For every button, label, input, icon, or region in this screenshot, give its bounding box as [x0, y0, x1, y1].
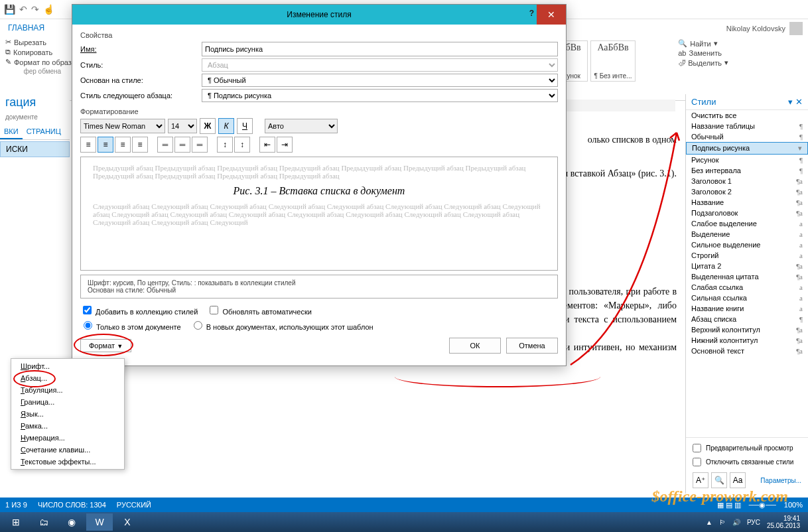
copy-button[interactable]: ⧉Копировать — [5, 48, 80, 56]
style-item[interactable]: Выделенная цитата¶a — [686, 271, 808, 282]
disable-linked-checkbox[interactable]: Отключить связанные стили — [690, 456, 804, 468]
indent-dec[interactable]: ⇤ — [259, 137, 275, 153]
format-menu-item[interactable]: Нумерация... — [11, 432, 124, 444]
font-family-select[interactable]: Times New Roman — [80, 119, 165, 133]
style-item[interactable]: Выделениеa — [686, 229, 808, 239]
auto-update-checkbox[interactable]: Обновлять автоматически — [207, 304, 312, 316]
system-tray[interactable]: ▲🏳🔊 РУС 19:4125.06.2013 — [706, 515, 805, 529]
dialog-titlebar[interactable]: Изменение стиля ? ✕ — [72, 5, 566, 25]
format-menu-item[interactable]: Сочетание клавиш... — [11, 444, 124, 456]
add-to-gallery-checkbox[interactable]: Добавить в коллекцию стилей — [80, 304, 198, 316]
help-icon[interactable]: ? — [529, 9, 534, 18]
style-item[interactable]: Верхний колонтитул¶a — [686, 324, 808, 335]
style-item[interactable]: Обычный¶ — [686, 131, 808, 142]
styles-list[interactable]: Очистить все Навзание таблицы¶Обычный¶По… — [686, 110, 808, 437]
line-spacing-15[interactable]: ═ — [174, 137, 190, 153]
format-painter-button[interactable]: ✎Формат по образцу — [5, 58, 80, 66]
styles-options-link[interactable]: Параметры... — [760, 477, 801, 484]
style-item[interactable]: Название¶a — [686, 197, 808, 208]
style-item[interactable]: Заголовок 1¶a — [686, 176, 808, 186]
page-indicator[interactable]: 1 ИЗ 9 — [5, 501, 27, 509]
find-button[interactable]: 🔍Найти ▾ — [678, 39, 728, 48]
preview-checkbox[interactable]: Предварительный просмотр — [690, 442, 804, 454]
undo-icon[interactable]: ↶ — [19, 4, 27, 15]
space-before-inc[interactable]: ↕ — [217, 137, 233, 153]
format-menu-button[interactable]: Формат ▼ — [80, 339, 131, 352]
style-item[interactable]: Заголовок 2¶a — [686, 186, 808, 197]
style-item[interactable]: Слабое выделениеa — [686, 218, 808, 229]
word-count[interactable]: ЧИСЛО СЛОВ: 1304 — [38, 501, 106, 509]
new-docs-radio[interactable]: В новых документах, использующих этот ша… — [190, 319, 373, 331]
tab-home[interactable]: ГЛАВНАЯ — [0, 21, 52, 35]
cancel-button[interactable]: Отмена — [506, 338, 558, 354]
style-item[interactable]: Нижний колонтитул¶a — [686, 335, 808, 346]
italic-button[interactable]: К — [218, 118, 234, 134]
style-name-input[interactable] — [202, 42, 558, 56]
name-label: Имя: — [80, 45, 196, 53]
font-size-select[interactable]: 14 — [168, 119, 197, 133]
style-item[interactable]: Название книгиa — [686, 303, 808, 314]
excel-icon[interactable]: X — [114, 513, 141, 531]
style-inspector-icon[interactable]: 🔍 — [711, 472, 727, 488]
view-buttons[interactable]: ▦ ▤ ▥ — [717, 501, 741, 509]
new-style-icon[interactable]: A⁺ — [693, 472, 708, 488]
align-justify-button[interactable]: ≡ — [132, 137, 148, 153]
chrome-icon[interactable]: ◉ — [58, 513, 85, 531]
font-color-select[interactable]: Авто — [265, 119, 338, 133]
save-icon[interactable]: 💾 — [4, 4, 15, 15]
align-center-button[interactable]: ≡ — [98, 137, 113, 153]
close-icon[interactable]: ✕ — [537, 5, 566, 25]
style-item[interactable]: Строгийa — [686, 250, 808, 261]
style-item[interactable]: Слабая ссылкаa — [686, 282, 808, 293]
zoom-level[interactable]: 100% — [784, 501, 803, 509]
format-menu-item[interactable]: Рамка... — [11, 420, 124, 432]
format-menu-item[interactable]: Абзац... — [11, 372, 124, 384]
style-item[interactable]: Сильная ссылкаa — [686, 293, 808, 303]
bold-button[interactable]: Ж — [200, 118, 216, 134]
format-menu-item[interactable]: Граница... — [11, 396, 124, 408]
align-left-button[interactable]: ≡ — [80, 137, 96, 153]
align-right-button[interactable]: ≡ — [115, 137, 131, 153]
style-item[interactable]: Подзаголовок¶a — [686, 208, 808, 218]
ok-button[interactable]: ОК — [449, 338, 501, 354]
select-button[interactable]: ⮰Выделить ▾ — [678, 58, 728, 67]
indent-inc[interactable]: ⇥ — [277, 137, 293, 153]
nav-item[interactable]: ИСКИ — [0, 141, 70, 157]
style-item[interactable]: Сильное выделениеa — [686, 239, 808, 250]
redo-icon[interactable]: ↷ — [31, 4, 39, 15]
style-item[interactable]: Без интервала¶ — [686, 165, 808, 176]
cut-button[interactable]: ✂Вырезать — [5, 38, 80, 46]
style-item[interactable]: Основной текст¶a — [686, 346, 808, 356]
explorer-icon[interactable]: 🗂 — [31, 513, 57, 531]
style-item[interactable]: Рисунок¶ — [686, 155, 808, 165]
close-icon[interactable]: ▾ ✕ — [788, 97, 803, 107]
format-menu-item[interactable]: Табуляция... — [11, 384, 124, 396]
style-item[interactable]: Цитата 2¶a — [686, 261, 808, 271]
touch-icon[interactable]: ☝ — [43, 4, 54, 15]
style-item[interactable]: Навзание таблицы¶ — [686, 121, 808, 131]
line-spacing-1[interactable]: ═ — [157, 137, 173, 153]
style-swatch[interactable]: АаБбВв¶ Без инте... — [590, 40, 636, 82]
nav-tab-pages[interactable]: СТРАНИЦ — [23, 125, 65, 139]
format-dropdown-menu[interactable]: Шрифт...Абзац...Табуляция...Граница...Яз… — [11, 358, 125, 470]
line-spacing-2[interactable]: ═ — [192, 137, 208, 153]
nav-tab-headings[interactable]: ВКИ — [0, 125, 23, 139]
user-account[interactable]: Nikolay Koldovsky — [726, 22, 803, 35]
style-type-select[interactable]: Абзац — [202, 58, 558, 72]
clear-all[interactable]: Очистить все — [686, 110, 808, 121]
only-this-doc-radio[interactable]: Только в этом документе — [80, 319, 181, 331]
based-on-select[interactable]: ¶ Обычный — [202, 74, 558, 87]
manage-styles-icon[interactable]: Aa — [730, 472, 746, 488]
underline-button[interactable]: Ч — [237, 118, 253, 134]
language-indicator[interactable]: РУССКИЙ — [117, 501, 151, 509]
replace-button[interactable]: abЗаменить — [678, 49, 728, 57]
word-icon[interactable]: W — [86, 513, 113, 531]
style-item[interactable]: Абзац списка¶ — [686, 314, 808, 324]
format-menu-item[interactable]: Текстовые эффекты... — [11, 456, 124, 468]
space-before-dec[interactable]: ↕ — [234, 137, 250, 153]
format-menu-item[interactable]: Язык... — [11, 408, 124, 420]
format-menu-item[interactable]: Шрифт... — [11, 360, 124, 372]
style-item[interactable]: Подпись рисунка▾ — [686, 142, 808, 155]
start-button[interactable]: ⊞ — [3, 513, 29, 531]
next-style-select[interactable]: ¶ Подпись рисунка — [202, 89, 558, 102]
